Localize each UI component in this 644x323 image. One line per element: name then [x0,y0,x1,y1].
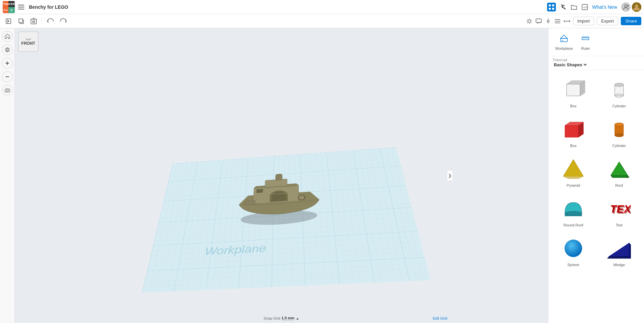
svg-marker-86 [611,175,628,178]
svg-rect-6 [552,8,554,10]
collapse-panel-button[interactable]: ❯ [447,170,452,181]
new-design-button[interactable] [3,16,14,26]
light-button[interactable] [526,18,533,25]
grid-view-button[interactable] [547,3,556,11]
toolbar-separator [42,17,42,25]
shape-label-roof: Roof [615,183,623,187]
whats-new-label: What's New [592,4,617,10]
import-button[interactable]: Import [573,17,594,25]
shapes-grid: Box Cylinder [548,70,644,273]
align-button[interactable] [554,18,561,25]
shape-item-cylinder-hole[interactable]: Cylinder [597,73,641,111]
shape-canvas-wedge [606,235,633,261]
category-provider-label: Tinkercad [552,58,588,62]
duplicate-button[interactable] [15,16,27,26]
workplane-tab-icon [559,34,569,45]
shape-canvas-round-roof [560,195,587,222]
zoom-in-button[interactable]: + [2,58,13,69]
snap-grid-arrow[interactable]: ▲ [296,316,299,320]
shape-canvas-pyramid [560,155,587,182]
main-area: + − TOP FRONT [0,28,644,323]
status-bar: Edit Grid [433,316,447,320]
right-panel: Workplane Ruler Tinkercad [548,28,644,323]
svg-point-74 [615,83,623,86]
measure-button[interactable] [564,18,570,25]
svg-point-75 [615,94,623,97]
svg-marker-94 [607,256,629,258]
topbar-right: </> What's New [547,2,641,12]
svg-text:TEXT: TEXT [611,204,631,216]
zoom-out-button[interactable]: − [2,71,13,82]
ruler-tab[interactable]: Ruler [578,32,593,52]
hamburger-menu-button[interactable] [18,5,24,9]
svg-marker-93 [609,243,629,256]
snap-grid-value[interactable]: 1.0 mm [282,316,294,320]
svg-rect-17 [19,19,23,23]
logo-tin: TIN [3,1,8,7]
mirror-button[interactable] [545,18,551,25]
svg-rect-0 [18,5,24,5]
toolbar-right: Import Export Share [526,17,641,25]
redo-button[interactable] [58,16,69,26]
viewport[interactable]: TOP FRONT [15,28,548,323]
export-button[interactable]: Export [597,17,618,25]
shape-item-box-hole[interactable]: Box [551,73,596,111]
shape-item-round-roof[interactable]: Round Roof [551,192,596,230]
shape-label-round-roof: Round Roof [564,223,583,227]
undo-button[interactable] [45,16,56,26]
projects-button[interactable] [571,4,577,10]
shape-canvas-box-solid [560,115,587,142]
edit-grid-label[interactable]: Edit Grid [433,316,447,320]
svg-marker-84 [611,162,628,175]
app-title: Benchy for LEGO [29,4,544,10]
home-view-button[interactable] [2,31,13,42]
svg-text:</>: </> [583,6,587,9]
svg-rect-4 [552,4,554,6]
svg-rect-63 [562,40,563,41]
shape-label-box-solid: Box [570,144,577,148]
comment-button[interactable] [535,18,542,25]
right-panel-header: Workplane Ruler [548,28,644,56]
svg-line-32 [531,19,531,20]
shape-item-cylinder-solid[interactable]: Cylinder [597,112,641,151]
category-select[interactable]: Basic Shapes Letters Math Connectors [552,62,588,68]
shape-canvas-roof [606,155,633,182]
ruler-tab-label: Ruler [581,46,590,50]
shape-item-text[interactable]: TEXT TEXT Text [597,192,641,230]
whats-new-button[interactable]: What's New [592,4,617,10]
workplane-tab-label: Workplane [555,46,573,50]
svg-point-81 [615,134,623,137]
svg-marker-76 [565,125,578,137]
logo[interactable]: TIN KER CA D [3,1,15,13]
shape-canvas-cylinder-solid [606,115,633,142]
svg-rect-5 [549,8,551,10]
user-avatar[interactable] [632,2,641,12]
svg-rect-3 [549,4,551,6]
shape-label-pyramid: Pyramid [567,183,580,187]
user-area[interactable] [621,2,641,12]
camera-button[interactable] [2,85,13,96]
svg-line-30 [531,23,531,23]
share-button[interactable]: Share [621,17,641,25]
shape-item-wedge[interactable]: Wedge [597,231,641,270]
shape-item-box-solid[interactable]: Box [551,112,596,151]
snap-grid: Snap Grid 1.0 mm ▲ [263,316,299,320]
fit-view-button[interactable] [2,44,13,55]
shape-item-roof[interactable]: Roof [597,152,641,190]
left-panel: + − [0,28,15,323]
embed-button[interactable]: </> [581,4,588,10]
svg-point-9 [624,5,627,7]
svg-line-31 [527,23,528,23]
shape-label-sphere: Sphere [567,263,579,267]
shape-canvas-sphere [560,235,587,261]
shape-canvas-text: TEXT TEXT [606,195,633,222]
svg-rect-2 [18,9,24,9]
delete-button[interactable] [28,16,39,26]
shape-item-sphere[interactable]: Sphere [551,231,596,270]
tools-button[interactable] [560,4,567,10]
workplane-tab[interactable]: Workplane [552,32,575,52]
add-user-icon [621,2,631,12]
shape-item-pyramid[interactable]: Pyramid [551,152,596,190]
boat-model [219,167,340,232]
logo-ca: CA [3,7,8,13]
